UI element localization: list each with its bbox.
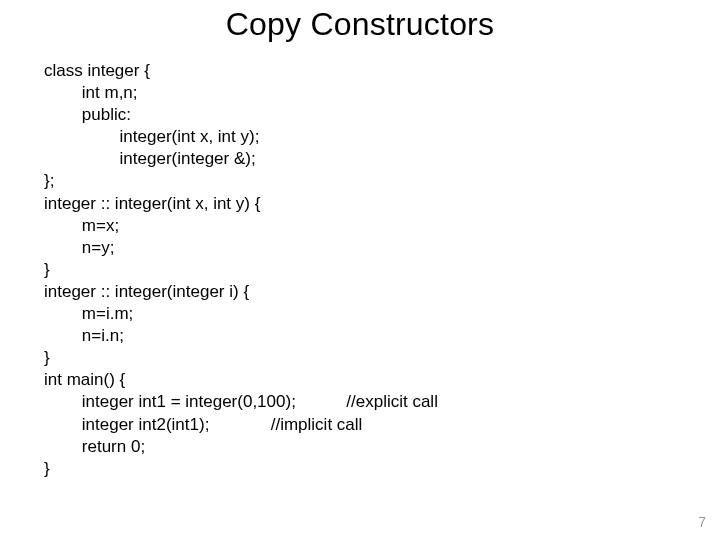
code-line: n=i.n; (44, 326, 124, 345)
code-line: } (44, 348, 50, 367)
code-line: integer :: integer(integer i) { (44, 282, 249, 301)
code-line: class integer { (44, 61, 150, 80)
code-line: int m,n; (44, 83, 138, 102)
code-line: } (44, 459, 50, 478)
code-line: public: (44, 105, 131, 124)
code-line: m=i.m; (44, 304, 133, 323)
slide-title: Copy Constructors (0, 6, 720, 43)
code-line: integer(int x, int y); (44, 127, 259, 146)
code-line: integer int1 = integer(0,100); //explici… (44, 392, 438, 411)
code-line: integer :: integer(int x, int y) { (44, 194, 260, 213)
code-line: n=y; (44, 238, 114, 257)
code-line: integer int2(int1); //implicit call (44, 415, 362, 434)
slide: Copy Constructors class integer { int m,… (0, 0, 720, 540)
code-line: integer(integer &); (44, 149, 256, 168)
code-line: m=x; (44, 216, 119, 235)
code-block: class integer { int m,n; public: integer… (44, 60, 684, 480)
page-number: 7 (698, 514, 706, 530)
code-line: }; (44, 171, 54, 190)
code-line: int main() { (44, 370, 125, 389)
code-line: return 0; (44, 437, 145, 456)
code-line: } (44, 260, 50, 279)
